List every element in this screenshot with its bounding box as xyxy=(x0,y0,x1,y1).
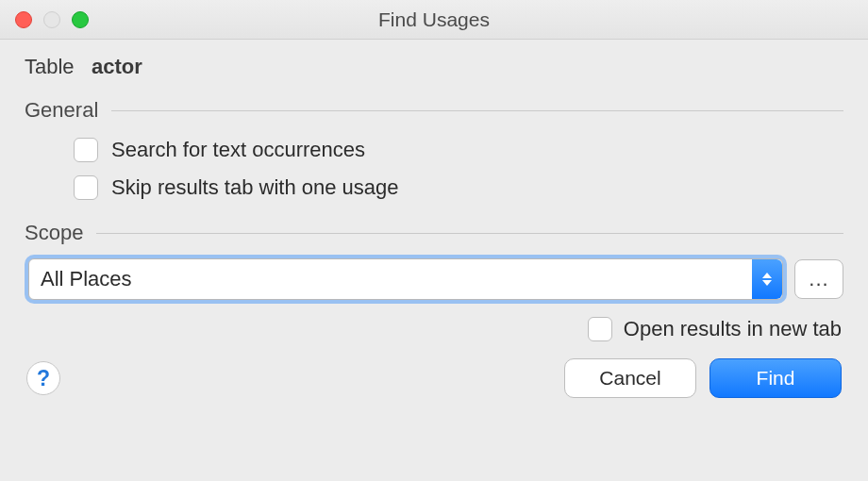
subject-line: Table actor xyxy=(25,55,843,79)
chevron-up-icon xyxy=(762,273,772,278)
titlebar: Find Usages xyxy=(0,0,868,40)
skip-results-one-usage-row[interactable]: Skip results tab with one usage xyxy=(74,175,843,200)
scope-section-header: Scope xyxy=(25,221,843,245)
button-group: Cancel Find xyxy=(564,358,842,398)
window-zoom-button[interactable] xyxy=(72,11,89,28)
window-minimize-button[interactable] xyxy=(43,11,60,28)
window-close-button[interactable] xyxy=(15,11,32,28)
search-text-occurrences-label: Search for text occurrences xyxy=(111,138,365,162)
window-title: Find Usages xyxy=(0,8,868,31)
skip-results-one-usage-checkbox[interactable] xyxy=(74,175,98,200)
scope-section-title: Scope xyxy=(25,221,83,245)
divider xyxy=(111,110,843,111)
open-new-tab-label: Open results in new tab xyxy=(624,317,842,341)
open-new-tab-checkbox[interactable] xyxy=(588,317,612,341)
help-button[interactable]: ? xyxy=(26,361,60,395)
dialog-content: Table actor General Search for text occu… xyxy=(0,40,868,398)
cancel-button[interactable]: Cancel xyxy=(564,358,696,398)
open-new-tab-row[interactable]: Open results in new tab xyxy=(25,317,843,341)
subject-type-label: Table xyxy=(25,55,75,78)
traffic-lights xyxy=(15,11,89,28)
updown-chevron-icon[interactable] xyxy=(752,259,782,299)
search-text-occurrences-row[interactable]: Search for text occurrences xyxy=(74,138,843,162)
divider xyxy=(96,233,843,234)
chevron-down-icon xyxy=(762,280,772,286)
scope-row: All Places ... xyxy=(28,258,843,300)
dialog-footer: ? Cancel Find xyxy=(25,358,843,398)
subject-name: actor xyxy=(92,55,142,78)
general-section-header: General xyxy=(25,98,843,123)
skip-results-one-usage-label: Skip results tab with one usage xyxy=(111,175,399,200)
scope-more-button[interactable]: ... xyxy=(794,259,843,299)
general-section-title: General xyxy=(25,98,98,123)
scope-select[interactable]: All Places xyxy=(28,258,783,300)
search-text-occurrences-checkbox[interactable] xyxy=(74,138,98,162)
scope-select-value: All Places xyxy=(29,267,132,291)
find-button[interactable]: Find xyxy=(709,358,842,398)
help-icon: ? xyxy=(37,366,50,391)
